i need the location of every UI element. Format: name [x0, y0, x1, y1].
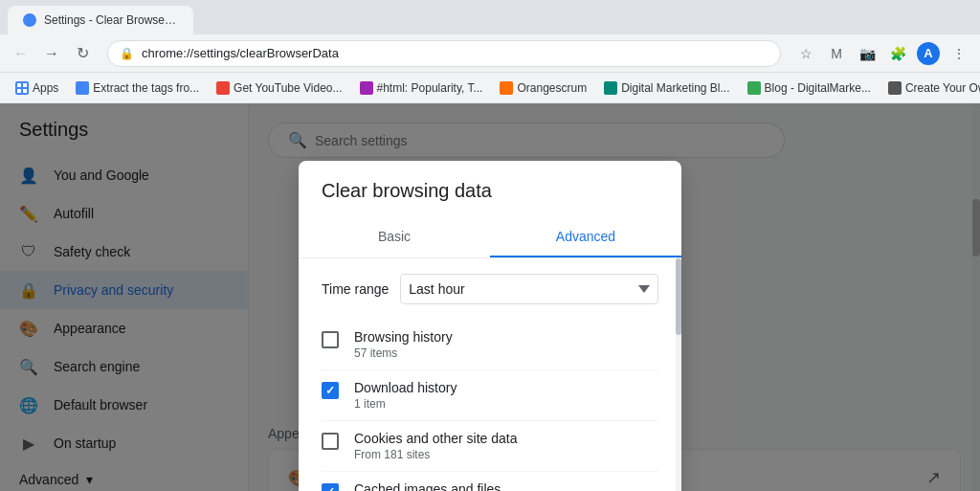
tab-basic[interactable]: Basic	[299, 217, 490, 257]
orangescrum-favicon	[500, 81, 513, 95]
tab-favicon	[23, 13, 36, 27]
modal-overlay: Clear browsing data Basic Advanced Time …	[0, 103, 980, 491]
address-bar[interactable]: 🔒 chrome://settings/clearBrowserData	[107, 40, 781, 67]
extensions-button[interactable]: 🧩	[884, 40, 911, 67]
download-history-content: Download history 1 item	[354, 380, 658, 411]
nav-actions: ☆ M 📷 🧩 A ⋮	[792, 40, 972, 67]
checkbox-cookies: Cookies and other site data From 181 sit…	[322, 421, 658, 472]
dm1-favicon	[604, 81, 617, 95]
dialog-scrollbar-thumb[interactable]	[676, 258, 681, 335]
tab-bar: Settings - Clear Browser Data	[0, 0, 980, 34]
svg-rect-3	[23, 89, 27, 93]
extract-favicon	[76, 81, 89, 95]
cookies-checkbox[interactable]	[322, 433, 339, 450]
tab-advanced[interactable]: Advanced	[490, 217, 681, 257]
apps-label: Apps	[33, 81, 58, 95]
back-button[interactable]: ←	[8, 40, 34, 67]
content-area: Settings 👤 You and Google ✏️ Autofill 🛡 …	[0, 103, 980, 491]
bookmark-createlogo[interactable]: Create Your Own Lo _	[880, 78, 980, 99]
dialog-body: Time range Last hour Last 24 hours Last …	[299, 258, 681, 491]
apps-favicon	[15, 81, 29, 95]
dm1-label: Digital Marketing Bl...	[621, 81, 729, 95]
bookmark-youtube[interactable]: Get YouTube Video...	[209, 78, 349, 99]
dm2-favicon	[747, 81, 761, 95]
cookies-label: Cookies and other site data	[354, 431, 658, 446]
bookmarks-bar: Apps Extract the tags fro... Get YouTube…	[0, 73, 980, 103]
address-text: chrome://settings/clearBrowserData	[142, 46, 339, 60]
cached-label: Cached images and files	[354, 481, 658, 491]
active-tab[interactable]: Settings - Clear Browser Data	[8, 6, 193, 34]
lock-icon: 🔒	[120, 47, 134, 60]
bookmark-orangescrum[interactable]: Orangescrum	[492, 78, 594, 99]
gmail-icon-button[interactable]: M	[823, 40, 850, 67]
avatar: A	[917, 42, 940, 65]
browsing-history-label: Browsing history	[354, 329, 658, 345]
clear-browsing-dialog: Clear browsing data Basic Advanced Time …	[299, 161, 681, 491]
html-favicon	[360, 81, 373, 95]
youtube-favicon	[216, 81, 230, 95]
download-history-checkbox[interactable]	[322, 382, 339, 399]
createlogo-label: Create Your Own Lo _	[905, 81, 980, 95]
browsing-history-content: Browsing history 57 items	[354, 329, 658, 360]
youtube-label: Get YouTube Video...	[234, 81, 342, 95]
bookmark-digitalmarketing2[interactable]: Blog - DigitalMarke...	[740, 78, 879, 99]
download-history-label: Download history	[354, 380, 658, 395]
dialog-scrollbar[interactable]	[676, 258, 681, 491]
cookies-sub: From 181 sites	[354, 448, 658, 461]
html-label: #html: Popularity, T...	[377, 81, 483, 95]
nav-bar: ← → ↻ 🔒 chrome://settings/clearBrowserDa…	[0, 34, 980, 73]
bookmark-digitalmarketing1[interactable]: Digital Marketing Bl...	[596, 78, 737, 99]
time-range-row: Time range Last hour Last 24 hours Last …	[322, 274, 658, 304]
cached-checkbox[interactable]	[322, 483, 339, 491]
browsing-history-checkbox[interactable]	[322, 331, 339, 348]
reload-button[interactable]: ↻	[69, 40, 96, 67]
cookies-content: Cookies and other site data From 181 sit…	[354, 431, 658, 461]
bookmark-html[interactable]: #html: Popularity, T...	[352, 78, 491, 99]
menu-button[interactable]: ⋮	[946, 40, 972, 67]
checkbox-browsing-history: Browsing history 57 items	[322, 320, 658, 370]
cached-content: Cached images and files Less than 199 MB	[354, 481, 658, 491]
time-range-select[interactable]: Last hour Last 24 hours Last 7 days Last…	[400, 274, 658, 304]
tab-title: Settings - Clear Browser Data	[44, 13, 178, 27]
svg-rect-2	[17, 89, 21, 93]
dialog-title: Clear browsing data	[299, 161, 681, 217]
dm2-label: Blog - DigitalMarke...	[765, 81, 871, 95]
browsing-history-sub: 57 items	[354, 346, 658, 360]
createlogo-favicon	[888, 81, 902, 95]
checkbox-cached: Cached images and files Less than 199 MB	[322, 472, 658, 491]
forward-button[interactable]: →	[38, 40, 65, 67]
svg-rect-1	[23, 83, 27, 87]
extract-label: Extract the tags fro...	[93, 81, 199, 95]
bookmark-star-button[interactable]: ☆	[792, 40, 819, 67]
time-range-label: Time range	[322, 281, 389, 297]
svg-rect-0	[17, 83, 21, 87]
camera-icon-button[interactable]: 📷	[854, 40, 880, 67]
profile-button[interactable]: A	[915, 40, 942, 67]
download-history-sub: 1 item	[354, 397, 658, 411]
bookmark-extract[interactable]: Extract the tags fro...	[68, 78, 207, 99]
bookmark-apps[interactable]: Apps	[8, 78, 66, 99]
dialog-tabs: Basic Advanced	[299, 217, 681, 258]
orangescrum-label: Orangescrum	[517, 81, 587, 95]
checkbox-download-history: Download history 1 item	[322, 370, 658, 421]
